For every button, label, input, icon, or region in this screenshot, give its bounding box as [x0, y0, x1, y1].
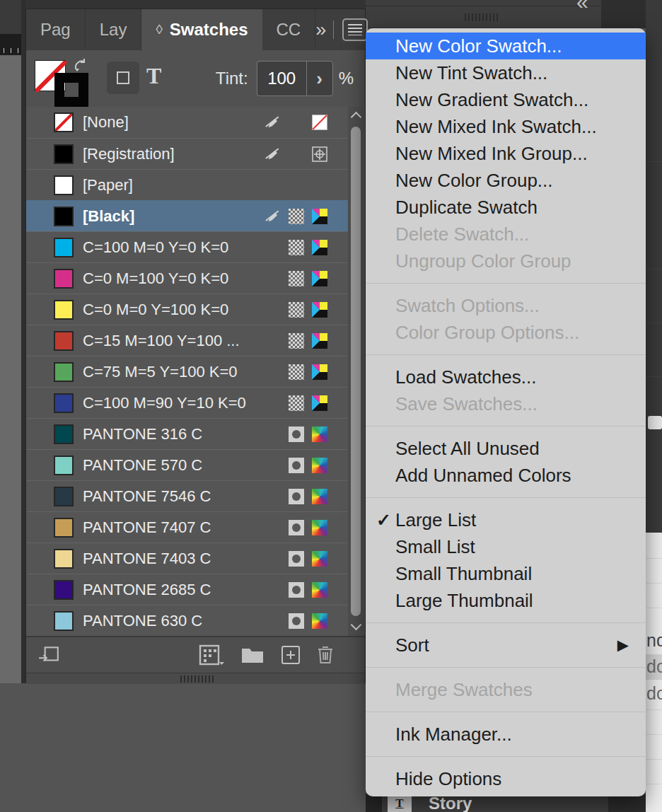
icon-slot-empty	[311, 176, 328, 195]
tab-lay[interactable]: Lay	[86, 9, 142, 50]
load-swatches-button[interactable]	[37, 645, 60, 665]
process-color-icon	[288, 207, 305, 226]
menu-separator	[366, 667, 646, 668]
scroll-up-icon[interactable]	[348, 108, 364, 124]
collapse-icons-icon[interactable]: »	[315, 19, 325, 41]
swatch-row-icons	[262, 487, 328, 506]
tint-value-input[interactable]: 100	[257, 61, 306, 96]
tab-pag[interactable]: Pag	[26, 9, 86, 50]
menu-item-small-list[interactable]: Small List	[366, 533, 646, 560]
menu-item-large-thumbnail[interactable]: Large Thumbnail	[366, 587, 646, 614]
swatch-row-c-0-m-0-y-100-k-0[interactable]: C=0 M=0 Y=100 K=0	[26, 294, 349, 325]
icon-slot-empty	[262, 363, 283, 381]
swatch-row-icons	[262, 238, 328, 257]
panel-tabs: PagLay◊SwatchesCC	[26, 9, 315, 50]
icon-slot-empty	[288, 145, 305, 163]
menu-item-label: Duplicate Swatch	[395, 197, 538, 218]
tab-swatches[interactable]: ◊Swatches	[141, 9, 262, 50]
swatch-color-chip	[54, 112, 74, 132]
menu-item-new-mixed-ink-group[interactable]: New Mixed Ink Group...	[366, 140, 646, 167]
swatch-row-pantone-570-c[interactable]: PANTONE 570 C	[26, 449, 349, 480]
swatch-row-pantone-316-c[interactable]: PANTONE 316 C	[26, 418, 349, 449]
tab-label: CC	[277, 20, 301, 40]
swatch-row-c-15-m-100-y-100[interactable]: C=15 M=100 Y=100 ...	[26, 325, 349, 356]
swatch-row-pantone-7407-c[interactable]: PANTONE 7407 C	[26, 511, 349, 543]
menu-item-label: Save Swatches...	[395, 393, 538, 414]
scroll-down-icon[interactable]	[348, 619, 364, 634]
load-swatches-icon	[37, 645, 60, 665]
swatch-row-c-0-m-100-y-0-k-0[interactable]: C=0 M=100 Y=0 K=0	[26, 262, 349, 294]
swatch-row-icons	[262, 269, 328, 288]
cmyk-mode-icon	[311, 301, 328, 319]
swatch-row-pantone-2685-c[interactable]: PANTONE 2685 C	[26, 574, 349, 605]
tint-dropdown-button[interactable]: ›	[306, 61, 333, 96]
occluded-row: dol	[646, 681, 662, 707]
scrollbar-thumb[interactable]	[351, 127, 361, 616]
swatch-row-c-100-m-90-y-10-k-0[interactable]: C=100 M=90 Y=10 K=0	[26, 387, 349, 418]
swatch-row-icons	[262, 113, 328, 132]
swatch-color-chip	[54, 269, 74, 289]
swatch-row-c-100-m-0-y-0-k-0[interactable]: C=100 M=0 Y=0 K=0	[26, 231, 349, 262]
menu-item-sort[interactable]: Sort▶	[366, 632, 646, 659]
spot-color-icon	[288, 456, 305, 475]
menu-item-ink-manager[interactable]: Ink Manager...	[366, 721, 646, 748]
swatch-row-c-75-m-5-y-100-k-0[interactable]: C=75 M=5 Y=100 K=0	[26, 356, 349, 387]
dock-resize-grip[interactable]	[465, 13, 499, 21]
icon-slot-empty	[262, 176, 283, 195]
swatch-row-pantone-7403-c[interactable]: PANTONE 7403 C	[26, 543, 349, 574]
delete-swatch-button[interactable]	[316, 644, 335, 666]
menu-item-select-all-unused[interactable]: Select All Unused	[366, 435, 646, 462]
menu-item-new-tint-swatch[interactable]: New Tint Swatch...	[366, 59, 646, 86]
tab-cc[interactable]: CC	[262, 9, 316, 50]
tint-control: Tint: 100 › %	[216, 61, 354, 96]
swatch-row-icons	[262, 425, 328, 443]
menu-item-new-gradient-swatch[interactable]: New Gradient Swatch...	[366, 86, 646, 113]
swatch-list: [None][Registration][Paper][Black]C=100 …	[26, 107, 349, 636]
stroke-swatch-black[interactable]	[54, 73, 88, 107]
apply-to-text-button[interactable]: T	[146, 64, 161, 87]
menu-item-label: Ungroup Color Group	[395, 250, 571, 272]
menu-item-new-mixed-ink-swatch[interactable]: New Mixed Ink Swatch...	[366, 113, 646, 140]
menu-item-load-swatches[interactable]: Load Swatches...	[366, 364, 646, 390]
swatch-row-black[interactable]: [Black]	[26, 200, 349, 231]
swatch-row-pantone-630-c[interactable]: PANTONE 630 C	[26, 605, 349, 636]
process-color-icon	[288, 238, 305, 257]
swatch-name: [Black]	[83, 207, 134, 226]
spot-color-icon	[288, 425, 305, 443]
spot-color-icon	[288, 550, 305, 568]
new-swatch-button[interactable]	[281, 645, 301, 665]
menu-item-ungroup-color-group[interactable]: Ungroup Color Group	[366, 248, 646, 274]
swatch-row-registration[interactable]: [Registration]	[26, 138, 349, 169]
new-color-group-button[interactable]	[241, 646, 264, 663]
swatch-color-chip	[54, 362, 74, 382]
menu-item-add-unnamed-colors[interactable]: Add Unnamed Colors	[366, 462, 646, 489]
collapse-panel-icon[interactable]: «	[576, 0, 588, 14]
panel-resize-grip[interactable]	[180, 675, 214, 683]
swatch-row-paper[interactable]: [Paper]	[26, 169, 349, 200]
swatch-row-pantone-7546-c[interactable]: PANTONE 7546 C	[26, 480, 349, 511]
swatch-color-chip	[54, 549, 74, 569]
swatch-row-icons	[262, 550, 328, 568]
swatch-list-scrollbar[interactable]	[348, 107, 364, 636]
swatch-row-none[interactable]: [None]	[26, 107, 349, 138]
folder-icon	[648, 416, 662, 429]
occluded-text: nd	[646, 630, 662, 651]
swatch-name: C=15 M=100 Y=100 ...	[83, 332, 240, 350]
menu-item-duplicate-swatch[interactable]: Duplicate Swatch	[366, 194, 646, 221]
menu-item-new-color-group[interactable]: New Color Group...	[366, 167, 646, 194]
menu-item-new-color-swatch[interactable]: New Color Swatch...	[366, 33, 646, 59]
menu-item-large-list[interactable]: ✓Large List	[366, 506, 646, 533]
spot-color-icon	[288, 518, 305, 537]
lab-mode-icon	[311, 550, 328, 568]
panel-menu-button[interactable]	[342, 18, 368, 41]
menu-item-delete-swatch[interactable]: Delete Swatch...	[366, 221, 646, 248]
menu-item-save-swatches[interactable]: Save Swatches...	[366, 390, 646, 417]
menu-item-hide-options[interactable]: Hide Options	[366, 765, 646, 792]
swatch-views-button[interactable]	[199, 644, 224, 666]
apply-to-container-button[interactable]	[107, 62, 139, 94]
swap-fill-stroke-icon[interactable]	[73, 57, 88, 76]
menu-item-swatch-options[interactable]: Swatch Options...	[366, 292, 646, 319]
menu-item-color-group-options[interactable]: Color Group Options...	[366, 319, 646, 346]
menu-item-merge-swatches[interactable]: Merge Swatches	[366, 676, 646, 703]
menu-item-small-thumbnail[interactable]: Small Thumbnail	[366, 560, 646, 587]
